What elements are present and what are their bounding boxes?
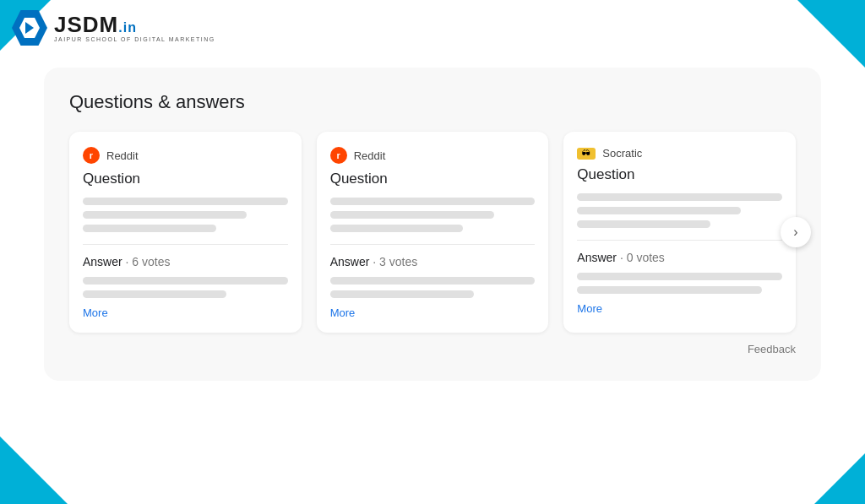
card-3-question: Question	[577, 166, 782, 183]
skeleton-line	[83, 225, 216, 232]
card-3-more-link[interactable]: More	[577, 302, 782, 315]
skeleton-line	[577, 207, 741, 214]
chevron-right-icon: ›	[793, 225, 797, 239]
socratic-icon: 🕶	[577, 148, 596, 160]
card-2-more-link[interactable]: More	[330, 306, 536, 319]
card-2-divider	[330, 244, 536, 245]
card-2-question: Question	[330, 171, 536, 187]
reddit-icon-1: r	[83, 147, 100, 164]
main-card: Questions & answers r Reddit Question An…	[44, 68, 821, 381]
corner-decoration-br	[814, 453, 865, 504]
card-3-divider	[577, 240, 782, 241]
card-1-question: Question	[83, 171, 288, 187]
card-2-source-name: Reddit	[354, 149, 386, 162]
card-3-votes: · 0 votes	[620, 251, 665, 264]
skeleton-line	[577, 220, 710, 228]
qa-card-3: 🕶 Socratic Question Answer · 0 votes Mor…	[563, 132, 796, 333]
logo-brand: JSDM.in	[54, 14, 215, 35]
skeleton-line	[83, 198, 288, 205]
logo-text: JSDM.in JAIPUR SCHOOL OF DIGITAL MARKETI…	[54, 14, 215, 42]
skeleton-line	[577, 273, 782, 280]
corner-decoration-bl	[0, 436, 68, 504]
qa-card-1: r Reddit Question Answer · 6 votes More	[69, 132, 302, 333]
logo-icon	[12, 10, 47, 46]
card-2-source: r Reddit	[330, 147, 536, 164]
card-3-answer-label: Answer · 0 votes	[577, 251, 782, 264]
card-1-answer-label: Answer · 6 votes	[83, 255, 288, 268]
logo-icon-inner	[19, 18, 40, 38]
card-1-votes: · 6 votes	[126, 255, 171, 268]
feedback-link[interactable]: Feedback	[69, 343, 796, 355]
card-2-answer-label: Answer · 3 votes	[330, 255, 536, 268]
corner-decoration-tr	[797, 0, 865, 68]
skeleton-line	[330, 277, 536, 285]
card-1-source: r Reddit	[83, 147, 288, 164]
skeleton-line	[577, 193, 782, 201]
card-1-source-name: Reddit	[106, 149, 139, 162]
skeleton-line	[330, 198, 536, 205]
logo-subtitle: JAIPUR SCHOOL OF DIGITAL MARKETING	[54, 36, 215, 42]
card-1-more-link[interactable]: More	[83, 306, 288, 319]
skeleton-line	[330, 290, 474, 298]
skeleton-line	[83, 277, 288, 285]
skeleton-line	[330, 225, 464, 232]
next-button[interactable]: ›	[781, 217, 811, 247]
section-title: Questions & answers	[69, 91, 796, 113]
skeleton-line	[577, 286, 761, 294]
qa-card-2: r Reddit Question Answer · 3 votes More	[317, 132, 549, 333]
card-3-source: 🕶 Socratic	[577, 147, 782, 160]
logo-arrow-icon	[25, 22, 34, 34]
cards-row: r Reddit Question Answer · 6 votes More …	[69, 132, 796, 333]
reddit-icon-2: r	[330, 147, 347, 164]
skeleton-line	[83, 211, 247, 219]
card-1-divider	[83, 244, 288, 245]
card-3-source-name: Socratic	[602, 147, 642, 160]
skeleton-line	[83, 290, 226, 298]
card-2-votes: · 3 votes	[373, 255, 417, 268]
skeleton-line	[330, 211, 494, 219]
logo: JSDM.in JAIPUR SCHOOL OF DIGITAL MARKETI…	[12, 10, 215, 46]
